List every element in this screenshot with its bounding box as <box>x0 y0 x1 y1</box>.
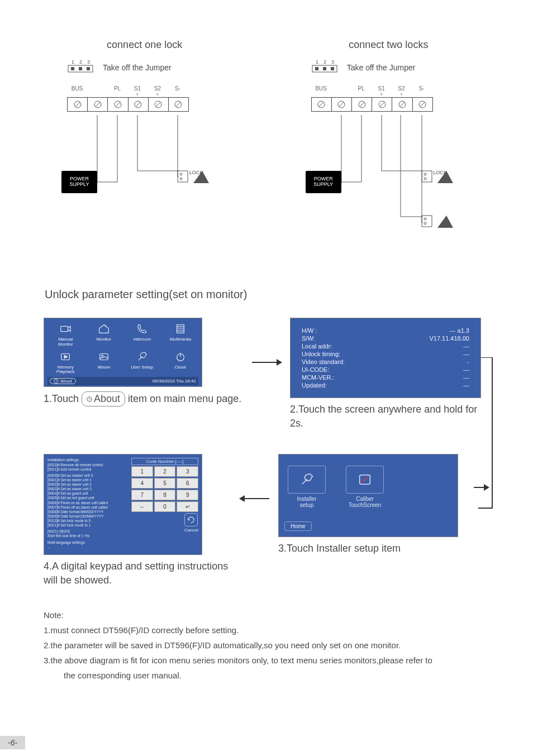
svg-line-30 <box>319 102 323 107</box>
menu-monitor[interactable]: Monitor <box>86 322 122 347</box>
cancel-button[interactable]: Cancel <box>184 528 198 533</box>
house-icon <box>86 322 122 336</box>
svg-text:2: 2 <box>79 59 82 65</box>
pen-icon <box>357 472 373 487</box>
svg-point-46 <box>424 222 426 224</box>
svg-rect-4 <box>71 67 74 70</box>
home-button[interactable]: Home <box>284 521 312 531</box>
step2-text: 2.Touch the screen anywhere and hold for… <box>290 403 489 430</box>
svg-text:1: 1 <box>72 59 74 65</box>
power-supply-box: POWER SUPPLY <box>61 171 97 193</box>
menu-manual-monitor[interactable]: Manual Monitor <box>47 322 84 347</box>
numeric-keypad: 1 2 3 4 5 6 7 8 9 ← 0 ↵ <box>131 466 198 512</box>
svg-text:2: 2 <box>323 59 326 65</box>
note-line-3: 3.the above diagram is fit for icon menu… <box>44 653 489 668</box>
keypad-screen[interactable]: Installation settings: [0010]#:Remove al… <box>44 454 202 554</box>
note-section: Note: 1.must connect DT596(F)/ID correct… <box>0 607 533 683</box>
note-line-1: 1.must connect DT596(F)/ID correctly bef… <box>44 623 489 638</box>
jumper-icon: 123 <box>311 59 338 76</box>
svg-rect-41 <box>422 171 432 182</box>
menu-user-setup[interactable]: User Setup <box>124 350 160 375</box>
camera-icon <box>47 322 84 336</box>
key-0[interactable]: 0 <box>154 501 176 512</box>
svg-line-32 <box>339 102 344 107</box>
arrow-right-icon <box>250 318 283 407</box>
arrow-left-icon <box>473 454 489 521</box>
installer-screen[interactable]: Installer setup Caliber TouchScreen Home <box>278 454 458 537</box>
wrench-icon <box>124 350 160 364</box>
section-heading: Unlock parameter setting(set on monitor) <box>45 288 533 301</box>
key-3[interactable]: 3 <box>177 466 198 477</box>
menu-close[interactable]: Close <box>163 350 199 375</box>
phone-icon <box>124 322 160 336</box>
lock-block-1: LOCK <box>421 169 460 175</box>
caliber-touchscreen-item[interactable]: Caliber TouchScreen <box>346 466 384 508</box>
svg-text:1: 1 <box>316 59 318 65</box>
terminal-labels: BUS PLS1 S2S- <box>311 85 456 92</box>
menu-intercom[interactable]: Intercom <box>124 322 160 347</box>
svg-text:?: ? <box>55 379 58 383</box>
power-icon <box>163 350 199 364</box>
terminal-labels: BUS PLS1 S2S- <box>67 85 212 92</box>
svg-point-45 <box>424 218 426 220</box>
installation-settings-list: Installation settings: [0010]#:Remove al… <box>47 458 128 551</box>
svg-line-10 <box>96 102 100 107</box>
step1: Manual Monitor Monitor Intercom Multimed… <box>44 318 243 406</box>
step2: H/W :--- a1.3 S/W:V17.11.418.00 Local ad… <box>290 318 489 430</box>
key-7[interactable]: 7 <box>131 490 153 500</box>
menu-memory-playback[interactable]: Memory Playback <box>47 350 84 375</box>
key-enter[interactable]: ↵ <box>177 501 198 512</box>
lock-icon <box>177 169 210 185</box>
jumper-icon: 123 <box>67 59 94 76</box>
page-number: -6- <box>0 736 25 749</box>
question-icon: ? <box>54 379 59 384</box>
key-1[interactable]: 1 <box>131 466 153 477</box>
key-2[interactable]: 2 <box>154 466 176 477</box>
svg-text:3: 3 <box>331 59 334 65</box>
menu-album[interactable]: Album <box>86 350 122 375</box>
lock-block: LOCK <box>177 169 216 175</box>
arrow-left-icon <box>238 454 272 543</box>
svg-text:3: 3 <box>87 59 90 65</box>
rotate-button[interactable] <box>184 513 198 527</box>
menu-multimedia[interactable]: Multimedia <box>163 322 199 347</box>
svg-rect-26 <box>315 67 318 70</box>
note-line-2: 2.the parameter will be saved in DT596(F… <box>44 638 489 653</box>
wrench-icon <box>299 472 315 487</box>
svg-line-61 <box>361 477 368 482</box>
terminal-strip <box>67 97 189 112</box>
wiring-diagrams: connect one lock 123 Take off the Jumper… <box>0 0 533 260</box>
lock-icon <box>421 213 454 230</box>
key-8[interactable]: 8 <box>154 490 176 500</box>
svg-line-16 <box>156 102 160 107</box>
installer-setup-item[interactable]: Installer setup <box>288 466 326 508</box>
terminal-strip <box>311 97 433 112</box>
lock-icon <box>421 169 454 185</box>
rotate-icon <box>187 515 196 524</box>
play-icon <box>47 350 84 364</box>
svg-rect-47 <box>61 326 68 331</box>
step4-text: 4.A digital keypad and setting instructi… <box>44 559 231 587</box>
monitor-main-menu[interactable]: Manual Monitor Monitor Intercom Multimed… <box>44 318 202 387</box>
picture-icon <box>86 350 122 364</box>
terminal-sub-labels: ++ <box>67 92 212 97</box>
key-6[interactable]: 6 <box>177 478 198 489</box>
svg-line-38 <box>400 102 404 107</box>
film-icon <box>163 322 199 336</box>
step1-text: 1.Touch ? About item on main menu page. <box>44 391 243 406</box>
key-9[interactable]: 9 <box>177 490 198 500</box>
note-title: Note: <box>44 607 489 623</box>
about-button[interactable]: ? About <box>50 378 76 384</box>
key-5[interactable]: 5 <box>154 478 176 489</box>
key-4[interactable]: 4 <box>131 478 153 489</box>
step3: Installer setup Caliber TouchScreen Home… <box>278 454 466 556</box>
about-screen[interactable]: H/W :--- a1.3 S/W:V17.11.418.00 Local ad… <box>290 318 481 398</box>
question-icon: ? <box>87 396 92 402</box>
svg-text:?: ? <box>88 397 91 401</box>
svg-rect-27 <box>323 67 326 70</box>
wiring-svg-one <box>67 115 212 216</box>
svg-line-40 <box>420 102 425 107</box>
key-backspace[interactable]: ← <box>131 501 153 512</box>
svg-rect-19 <box>178 171 188 182</box>
step3-text: 3.Touch Installer setup item <box>278 542 466 556</box>
